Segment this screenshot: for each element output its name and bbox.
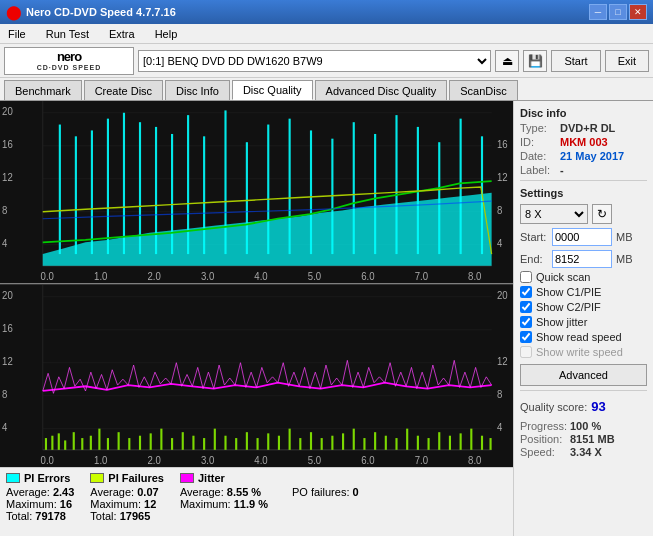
svg-text:6.0: 6.0 <box>361 454 375 466</box>
end-input[interactable] <box>552 250 612 268</box>
svg-rect-80 <box>160 428 162 449</box>
pi-failures-total: Total: 17965 <box>90 510 164 522</box>
advanced-button[interactable]: Advanced <box>520 364 647 386</box>
chart-top: 20 16 12 8 4 16 12 8 4 <box>0 101 513 285</box>
show-c2-checkbox[interactable] <box>520 301 532 313</box>
svg-text:8: 8 <box>497 388 503 400</box>
legend-pi-failures-header: PI Failures <box>90 472 164 484</box>
speed-select[interactable]: 8 X Max 4 X <box>520 204 588 224</box>
id-value: MKM 003 <box>560 136 608 148</box>
start-button[interactable]: Start <box>551 50 600 72</box>
menu-extra[interactable]: Extra <box>105 28 139 40</box>
menu-help[interactable]: Help <box>151 28 182 40</box>
pi-errors-label: PI Errors <box>24 472 70 484</box>
svg-rect-23 <box>139 122 141 254</box>
progress-key: Progress: <box>520 420 566 432</box>
svg-rect-28 <box>224 110 226 254</box>
eject-button[interactable]: ⏏ <box>495 50 519 72</box>
main-content: 20 16 12 8 4 16 12 8 4 <box>0 101 653 536</box>
svg-rect-105 <box>428 438 430 450</box>
tab-benchmark[interactable]: Benchmark <box>4 80 82 100</box>
show-read-speed-label: Show read speed <box>536 331 622 343</box>
svg-text:0.0: 0.0 <box>41 271 55 283</box>
menu-file[interactable]: File <box>4 28 30 40</box>
svg-rect-32 <box>310 130 312 254</box>
tab-create-disc[interactable]: Create Disc <box>84 80 163 100</box>
pi-errors-maximum: Maximum: 16 <box>6 498 74 510</box>
refresh-button[interactable]: ↻ <box>592 204 612 224</box>
svg-text:6.0: 6.0 <box>361 271 375 283</box>
svg-text:8: 8 <box>497 205 503 217</box>
svg-rect-107 <box>449 435 451 449</box>
legend-jitter: Jitter Average: 8.55 % Maximum: 11.9 % <box>180 472 268 533</box>
menu-run-test[interactable]: Run Test <box>42 28 93 40</box>
svg-rect-99 <box>363 438 365 450</box>
show-c1-checkbox[interactable] <box>520 286 532 298</box>
maximize-button[interactable]: □ <box>609 4 627 20</box>
svg-rect-78 <box>139 435 141 449</box>
start-input[interactable] <box>552 228 612 246</box>
start-label: Start: <box>520 231 548 243</box>
disc-type-row: Type: DVD+R DL <box>520 122 647 134</box>
quick-scan-row: Quick scan <box>520 271 647 283</box>
svg-rect-90 <box>267 433 269 449</box>
svg-rect-110 <box>481 435 483 449</box>
date-key: Date: <box>520 150 556 162</box>
svg-rect-30 <box>267 125 269 255</box>
sidebar: Disc info Type: DVD+R DL ID: MKM 003 Dat… <box>513 101 653 536</box>
tab-disc-quality[interactable]: Disc Quality <box>232 80 313 100</box>
type-value: DVD+R DL <box>560 122 615 134</box>
minimize-button[interactable]: ─ <box>589 4 607 20</box>
position-row: Position: 8151 MB <box>520 433 647 445</box>
toolbar: nero CD·DVD SPEED [0:1] BENQ DVD DD DW16… <box>0 44 653 78</box>
close-button[interactable]: ✕ <box>629 4 647 20</box>
svg-rect-103 <box>406 428 408 449</box>
svg-text:7.0: 7.0 <box>415 454 429 466</box>
position-key: Position: <box>520 433 566 445</box>
exit-button[interactable]: Exit <box>605 50 649 72</box>
pi-failures-label: PI Failures <box>108 472 164 484</box>
svg-rect-94 <box>310 432 312 450</box>
svg-rect-89 <box>257 438 259 450</box>
menu-bar: File Run Test Extra Help <box>0 24 653 44</box>
svg-rect-88 <box>246 432 248 450</box>
svg-text:4.0: 4.0 <box>254 271 268 283</box>
svg-rect-76 <box>118 432 120 450</box>
show-c2-row: Show C2/PIF <box>520 301 647 313</box>
svg-rect-19 <box>75 136 77 254</box>
svg-rect-71 <box>73 432 75 450</box>
svg-text:2.0: 2.0 <box>147 271 161 283</box>
drive-select[interactable]: [0:1] BENQ DVD DD DW1620 B7W9 <box>138 50 491 72</box>
svg-rect-111 <box>489 438 491 450</box>
show-read-speed-checkbox[interactable] <box>520 331 532 343</box>
quality-score-label: Quality score: <box>520 401 587 413</box>
svg-rect-92 <box>289 428 291 449</box>
svg-rect-108 <box>460 433 462 449</box>
tab-scan-disc[interactable]: ScanDisc <box>449 80 517 100</box>
position-value: 8151 MB <box>570 433 615 445</box>
svg-text:12: 12 <box>2 172 13 184</box>
legend-pi-errors-header: PI Errors <box>6 472 74 484</box>
svg-text:3.0: 3.0 <box>201 454 215 466</box>
svg-text:20: 20 <box>497 289 508 301</box>
quick-scan-checkbox[interactable] <box>520 271 532 283</box>
svg-rect-70 <box>64 440 66 449</box>
svg-rect-68 <box>51 435 53 449</box>
svg-rect-36 <box>395 115 397 254</box>
show-c1-label: Show C1/PIE <box>536 286 601 298</box>
save-button[interactable]: 💾 <box>523 50 547 72</box>
title-controls: ─ □ ✕ <box>589 4 647 20</box>
pi-errors-color <box>6 473 20 483</box>
show-write-speed-row: Show write speed <box>520 346 647 358</box>
settings-title: Settings <box>520 187 647 199</box>
pi-failures-color <box>90 473 104 483</box>
svg-text:4.0: 4.0 <box>254 454 268 466</box>
show-jitter-checkbox[interactable] <box>520 316 532 328</box>
svg-text:4: 4 <box>2 238 8 250</box>
title-bar: ⬤ Nero CD-DVD Speed 4.7.7.16 ─ □ ✕ <box>0 0 653 24</box>
legend-pi-errors: PI Errors Average: 2.43 Maximum: 16 Tota… <box>6 472 74 533</box>
tab-advanced-disc-quality[interactable]: Advanced Disc Quality <box>315 80 448 100</box>
tab-disc-info[interactable]: Disc Info <box>165 80 230 100</box>
svg-text:12: 12 <box>497 355 508 367</box>
jitter-color <box>180 473 194 483</box>
